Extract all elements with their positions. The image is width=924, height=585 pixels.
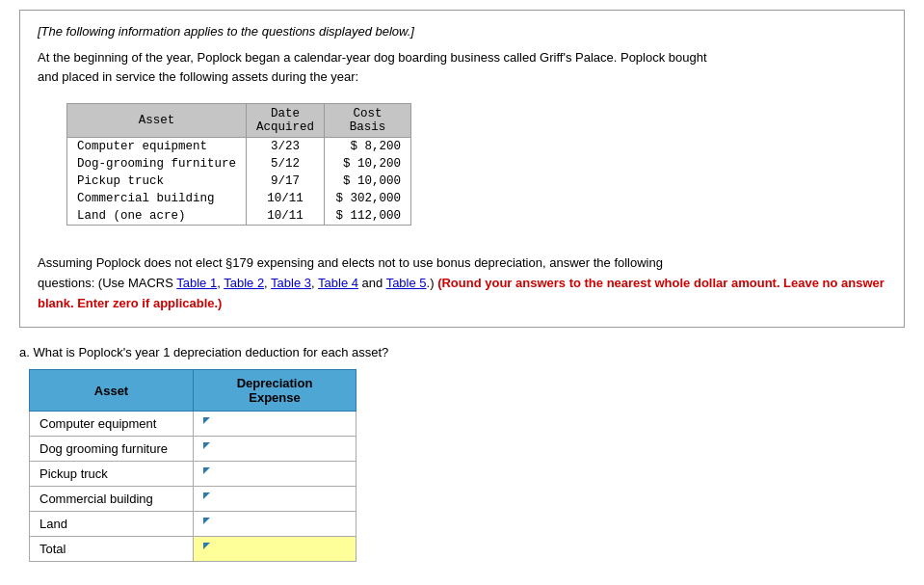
cost-cell: $ 10,000 <box>325 173 411 190</box>
input-triangle-icon <box>203 492 210 499</box>
input-triangle-icon <box>203 543 210 549</box>
asset-row: Commercial building10/11$ 302,000 <box>67 190 411 207</box>
intro-line1: At the beginning of the year, Poplock be… <box>38 50 707 65</box>
table2-link[interactable]: Table 2 <box>224 276 264 290</box>
input-triangle-icon <box>203 442 210 449</box>
dep-asset-cell: Commercial building <box>30 487 194 512</box>
date-cell: 3/23 <box>247 138 325 156</box>
input-triangle-icon <box>203 467 210 474</box>
dep-value-input[interactable] <box>212 441 346 456</box>
date-cell: 9/17 <box>247 173 325 190</box>
input-triangle-icon <box>203 417 210 424</box>
dep-value-input[interactable] <box>212 517 346 531</box>
question-a-label: a. What is Poplock's year 1 depreciation… <box>19 345 905 359</box>
date-cell: 5/12 <box>247 155 325 173</box>
italic-note: [The following information applies to th… <box>38 24 886 39</box>
footnote-line2: questions: (Use MACRS <box>38 276 176 290</box>
dep-input-cell[interactable] <box>194 512 356 537</box>
col-header-date: Date Acquired <box>247 104 325 138</box>
col-header-asset: Asset <box>67 104 247 138</box>
asset-cell: Computer equipment <box>67 138 247 156</box>
dep-asset-cell: Computer equipment <box>30 412 194 437</box>
asset-table: Asset Date Acquired Cost Basis Computer … <box>66 103 411 226</box>
asset-row: Pickup truck9/17$ 10,000 <box>67 173 411 190</box>
page-container: [The following information applies to th… <box>0 0 924 572</box>
table5-link[interactable]: Table 5 <box>386 276 427 290</box>
col-header-cost: Cost Basis <box>325 104 411 138</box>
dep-input-cell[interactable] <box>194 437 356 462</box>
asset-cell: Commercial building <box>67 190 247 207</box>
table3-link[interactable]: Table 3 <box>271 276 311 290</box>
dep-row: Pickup truck <box>30 462 356 487</box>
cost-cell: $ 8,200 <box>325 138 411 156</box>
dep-col-asset-header: Asset <box>30 370 194 412</box>
footnote-line1: Assuming Poplock does not elect §179 exp… <box>38 255 663 270</box>
asset-cell: Dog-grooming furniture <box>67 155 247 173</box>
asset-row: Dog-grooming furniture5/12$ 10,200 <box>67 155 411 173</box>
date-cell: 10/11 <box>247 207 325 226</box>
dep-value-input[interactable] <box>212 466 346 481</box>
dep-value-input[interactable] <box>212 492 346 506</box>
table1-link[interactable]: Table 1 <box>176 276 217 290</box>
dep-input-cell[interactable] <box>194 412 356 437</box>
dep-row: Dog grooming furniture <box>30 437 356 462</box>
dep-asset-cell: Total <box>30 537 194 562</box>
dep-row: Total <box>30 537 356 562</box>
intro-text: At the beginning of the year, Poplock be… <box>38 48 886 86</box>
asset-row: Land (one acre)10/11$ 112,000 <box>67 207 411 226</box>
dep-input-cell[interactable] <box>194 537 356 562</box>
dep-asset-cell: Pickup truck <box>30 462 194 487</box>
dep-row: Computer equipment <box>30 412 356 437</box>
dep-col-expense-header: Depreciation Expense <box>194 370 356 412</box>
cost-cell: $ 10,200 <box>325 155 411 173</box>
dep-row: Land <box>30 512 356 537</box>
dep-input-cell[interactable] <box>194 487 356 512</box>
asset-cell: Pickup truck <box>67 173 247 190</box>
dep-value-input[interactable] <box>212 542 346 556</box>
intro-line2: and placed in service the following asse… <box>38 69 358 84</box>
asset-table-container: Asset Date Acquired Cost Basis Computer … <box>66 103 411 226</box>
date-cell: 10/11 <box>247 190 325 207</box>
input-triangle-icon <box>203 518 210 524</box>
dep-asset-cell: Dog grooming furniture <box>30 437 194 462</box>
asset-row: Computer equipment3/23$ 8,200 <box>67 138 411 156</box>
dep-asset-cell: Land <box>30 512 194 537</box>
cost-cell: $ 302,000 <box>325 190 411 207</box>
cost-cell: $ 112,000 <box>325 207 411 226</box>
dep-input-cell[interactable] <box>194 462 356 487</box>
footnote-area: Assuming Poplock does not elect §179 exp… <box>38 253 886 313</box>
dep-row: Commercial building <box>30 487 356 512</box>
asset-cell: Land (one acre) <box>67 207 247 226</box>
info-box: [The following information applies to th… <box>19 10 905 328</box>
table4-link[interactable]: Table 4 <box>318 276 358 290</box>
depreciation-table: Asset Depreciation Expense Computer equi… <box>29 369 356 562</box>
dep-value-input[interactable] <box>212 416 346 431</box>
